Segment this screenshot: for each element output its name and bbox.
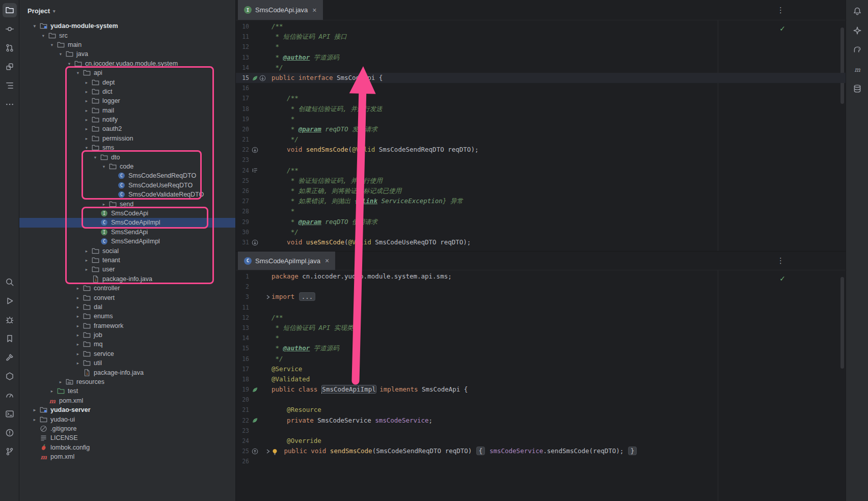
- code-line-11[interactable]: 11: [236, 302, 846, 313]
- gutter[interactable]: [249, 75, 264, 81]
- line-number[interactable]: 29: [236, 217, 249, 227]
- structure-icon[interactable]: [3, 78, 17, 93]
- line-number[interactable]: 19: [236, 114, 249, 124]
- gutter[interactable]: [249, 167, 264, 174]
- code-line-13[interactable]: 13 * 短信验证码 API 实现类: [236, 323, 846, 333]
- line-number[interactable]: 12: [236, 313, 249, 323]
- chevron-right-icon[interactable]: ▸: [31, 417, 39, 422]
- chevron-right-icon[interactable]: ▸: [83, 117, 91, 122]
- spring-bean-icon[interactable]: [252, 417, 258, 424]
- line-number[interactable]: 23: [236, 155, 249, 165]
- gutter[interactable]: [249, 239, 264, 246]
- code-line-1[interactable]: 1package cn.iocoder.yudao.module.system.…: [236, 271, 846, 282]
- chevron-down-icon[interactable]: ▾: [100, 164, 108, 169]
- chevron-right-icon[interactable]: ▸: [83, 108, 91, 113]
- line-number[interactable]: 21: [236, 405, 249, 415]
- code-line-13[interactable]: 13 * @author 芋道源码: [236, 52, 846, 63]
- line-number[interactable]: 11: [236, 32, 249, 42]
- tree-item-pom-xml[interactable]: mpom.xml: [19, 452, 235, 461]
- line-number[interactable]: 23: [236, 426, 249, 436]
- code-line-29[interactable]: 29 * @param reqDTO 使用请求: [236, 217, 846, 227]
- tree-item-package-info-java[interactable]: ipackage-info.java: [19, 274, 235, 284]
- code-line-14[interactable]: 14 *: [236, 333, 846, 343]
- close-tab-icon[interactable]: ×: [312, 6, 316, 14]
- gutter[interactable]: [249, 448, 264, 455]
- code-line-23[interactable]: 23: [236, 155, 846, 165]
- tree-item-dal[interactable]: ▸dal: [19, 302, 235, 312]
- code-line-28[interactable]: 28 *: [236, 206, 846, 216]
- tree-item-mq[interactable]: ▸mq: [19, 340, 235, 349]
- tree-item-code[interactable]: ▾code: [19, 162, 235, 171]
- ai-assistant-icon[interactable]: [850, 23, 864, 38]
- inspections-ok-icon[interactable]: ✓: [779, 24, 785, 33]
- tree-item-social[interactable]: ▸social: [19, 246, 235, 255]
- code-line-17[interactable]: 17@Service: [236, 364, 846, 374]
- line-number[interactable]: 26: [236, 186, 249, 196]
- chevron-right-icon[interactable]: ▸: [74, 304, 82, 310]
- line-number[interactable]: 25: [236, 446, 249, 456]
- spring-bean-icon[interactable]: [252, 75, 258, 81]
- tree-item-util[interactable]: ▸util: [19, 358, 235, 368]
- line-number[interactable]: 3: [236, 292, 249, 302]
- plugins-icon[interactable]: [3, 60, 17, 74]
- code-line-2[interactable]: 2: [236, 282, 846, 292]
- line-number[interactable]: 13: [236, 323, 249, 333]
- tree-item-test[interactable]: ▸test: [19, 386, 235, 396]
- bookmarks-icon[interactable]: [3, 331, 17, 346]
- version-control-icon[interactable]: [3, 444, 17, 459]
- code-line-31[interactable]: 31 void useSmsCode(@Valid SmsCodeUseReqD…: [236, 237, 846, 247]
- line-number[interactable]: 24: [236, 165, 249, 176]
- line-number[interactable]: 20: [236, 395, 249, 405]
- tree-item-pom-xml[interactable]: mpom.xml: [19, 396, 235, 405]
- code-line-12[interactable]: 12 *: [236, 42, 846, 52]
- problems-icon[interactable]: [3, 426, 17, 440]
- project-header-dropdown[interactable]: Project ▾: [19, 0, 235, 21]
- chevron-down-icon[interactable]: ▾: [74, 70, 82, 75]
- gutter[interactable]: [249, 147, 264, 153]
- profiler-icon[interactable]: [3, 388, 17, 402]
- tree-item-gitignore[interactable]: .gitignore: [19, 424, 235, 433]
- line-number[interactable]: 17: [236, 364, 249, 374]
- chevron-right-icon[interactable]: ▸: [83, 267, 91, 272]
- debug-icon[interactable]: [3, 313, 17, 327]
- tree-item-tenant[interactable]: ▸tenant: [19, 256, 235, 265]
- tree-item-yudao-server[interactable]: ▸yudao-server: [19, 405, 235, 414]
- line-number[interactable]: 13: [236, 52, 249, 63]
- chevron-right-icon[interactable]: ▸: [83, 258, 91, 263]
- fold-closed-icon[interactable]: [264, 449, 272, 454]
- intention-bulb-icon[interactable]: [272, 448, 278, 455]
- overrides-icon[interactable]: [252, 448, 258, 455]
- code-line-12[interactable]: 12/**: [236, 313, 846, 323]
- inspections-ok-icon[interactable]: ✓: [779, 274, 785, 283]
- line-number[interactable]: 18: [236, 374, 249, 384]
- tree-item-yudao-module-system[interactable]: ▾yudao-module-system: [19, 21, 235, 31]
- tree-item-main[interactable]: ▾main: [19, 40, 235, 49]
- chevron-right-icon[interactable]: ▸: [83, 248, 91, 254]
- code-line-25[interactable]: 25 public void sendSmsCode(SmsCodeSendRe…: [236, 446, 846, 456]
- code-line-3[interactable]: 3import ...: [236, 292, 846, 302]
- tree-item-smscodeapi[interactable]: ISmsCodeApi: [19, 209, 235, 218]
- tree-item-controller[interactable]: ▸controller: [19, 284, 235, 293]
- chevron-right-icon[interactable]: ▸: [74, 286, 82, 291]
- tree-item-dict[interactable]: ▸dict: [19, 87, 235, 96]
- code-line-18[interactable]: 18 * 创建短信验证码, 并进行发送: [236, 104, 846, 114]
- chevron-down-icon[interactable]: ▾: [91, 155, 99, 160]
- tab-options-icon[interactable]: ⋮: [777, 6, 784, 15]
- gradle-icon[interactable]: [850, 43, 864, 57]
- code-line-21[interactable]: 21 @Resource: [236, 405, 846, 415]
- tree-item-smscodevalidatereqdto[interactable]: CSmsCodeValidateReqDTO: [19, 190, 235, 199]
- tree-item-user[interactable]: ▸user: [19, 265, 235, 274]
- tree-item-mail[interactable]: ▸mail: [19, 106, 235, 115]
- tree-item-java[interactable]: ▾java: [19, 49, 235, 59]
- tree-item-lombok-config[interactable]: lombok.config: [19, 443, 235, 452]
- tree-item-convert[interactable]: ▸convert: [19, 293, 235, 302]
- chevron-right-icon[interactable]: ▸: [74, 360, 82, 366]
- line-number[interactable]: 18: [236, 104, 249, 114]
- code-line-16[interactable]: 16: [236, 83, 846, 93]
- line-number[interactable]: 14: [236, 333, 249, 343]
- maven-icon[interactable]: m: [850, 62, 864, 76]
- line-number[interactable]: 19: [236, 384, 249, 395]
- chevron-right-icon[interactable]: ▸: [83, 126, 91, 131]
- code-line-16[interactable]: 16 */: [236, 354, 846, 364]
- chevron-down-icon[interactable]: ▾: [65, 61, 73, 66]
